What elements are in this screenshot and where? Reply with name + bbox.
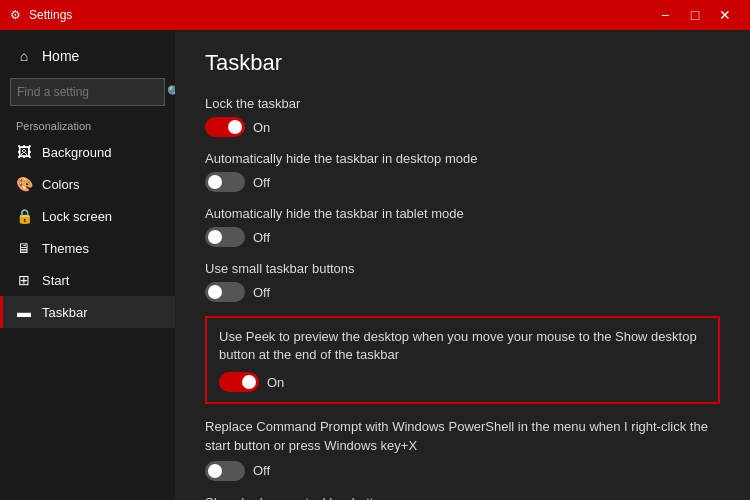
replace-command-toggle-text: Off — [253, 463, 270, 478]
title-bar-controls: − □ ✕ — [650, 0, 740, 30]
background-icon: 🖼 — [16, 144, 32, 160]
lock-icon: 🔒 — [16, 208, 32, 224]
replace-command-label: Replace Command Prompt with Windows Powe… — [205, 418, 720, 454]
themes-icon: 🖥 — [16, 240, 32, 256]
sidebar-item-taskbar-label: Taskbar — [42, 305, 88, 320]
sidebar-item-start-label: Start — [42, 273, 69, 288]
sidebar: ⌂ Home 🔍 Personalization 🖼 Background 🎨 … — [0, 30, 175, 500]
auto-hide-desktop-toggle-text: Off — [253, 175, 270, 190]
lock-taskbar-toggle-text: On — [253, 120, 270, 135]
settings-app-icon: ⚙ — [10, 8, 21, 22]
sidebar-item-themes[interactable]: 🖥 Themes — [0, 232, 175, 264]
close-button[interactable]: ✕ — [710, 0, 740, 30]
home-icon: ⌂ — [16, 48, 32, 64]
search-icon: 🔍 — [167, 85, 175, 99]
sidebar-item-background[interactable]: 🖼 Background — [0, 136, 175, 168]
sidebar-item-themes-label: Themes — [42, 241, 89, 256]
title-bar-left: ⚙ Settings — [10, 8, 72, 22]
small-buttons-toggle-text: Off — [253, 285, 270, 300]
peek-toggle[interactable] — [219, 372, 259, 392]
sidebar-section-label: Personalization — [0, 112, 175, 136]
setting-show-badges: Show badges on taskbar buttons On — [205, 495, 720, 500]
peek-label: Use Peek to preview the desktop when you… — [219, 328, 706, 364]
taskbar-icon: ▬ — [16, 304, 32, 320]
sidebar-home-label: Home — [42, 48, 79, 64]
auto-hide-desktop-label: Automatically hide the taskbar in deskto… — [205, 151, 720, 166]
title-bar: ⚙ Settings − □ ✕ — [0, 0, 750, 30]
app-body: ⌂ Home 🔍 Personalization 🖼 Background 🎨 … — [0, 30, 750, 500]
show-badges-label: Show badges on taskbar buttons — [205, 495, 720, 500]
small-buttons-toggle[interactable] — [205, 282, 245, 302]
sidebar-item-taskbar[interactable]: ▬ Taskbar — [0, 296, 175, 328]
sidebar-item-lock-label: Lock screen — [42, 209, 112, 224]
setting-replace-command: Replace Command Prompt with Windows Powe… — [205, 418, 720, 480]
sidebar-item-background-label: Background — [42, 145, 111, 160]
auto-hide-tablet-label: Automatically hide the taskbar in tablet… — [205, 206, 720, 221]
auto-hide-desktop-toggle[interactable] — [205, 172, 245, 192]
peek-toggle-text: On — [267, 375, 284, 390]
setting-peek-highlighted: Use Peek to preview the desktop when you… — [205, 316, 720, 404]
setting-auto-hide-desktop: Automatically hide the taskbar in deskto… — [205, 151, 720, 192]
lock-taskbar-label: Lock the taskbar — [205, 96, 720, 111]
start-icon: ⊞ — [16, 272, 32, 288]
auto-hide-tablet-toggle-text: Off — [253, 230, 270, 245]
sidebar-item-colors[interactable]: 🎨 Colors — [0, 168, 175, 200]
setting-auto-hide-tablet: Automatically hide the taskbar in tablet… — [205, 206, 720, 247]
title-bar-title: Settings — [29, 8, 72, 22]
sidebar-item-colors-label: Colors — [42, 177, 80, 192]
setting-small-buttons: Use small taskbar buttons Off — [205, 261, 720, 302]
minimize-button[interactable]: − — [650, 0, 680, 30]
auto-hide-tablet-toggle[interactable] — [205, 227, 245, 247]
search-input[interactable] — [17, 85, 167, 99]
colors-icon: 🎨 — [16, 176, 32, 192]
lock-taskbar-toggle[interactable] — [205, 117, 245, 137]
sidebar-home[interactable]: ⌂ Home — [0, 40, 175, 72]
page-title: Taskbar — [205, 50, 720, 76]
main-content: Taskbar Lock the taskbar On Automaticall… — [175, 30, 750, 500]
search-box[interactable]: 🔍 — [10, 78, 165, 106]
setting-lock-taskbar: Lock the taskbar On — [205, 96, 720, 137]
sidebar-item-start[interactable]: ⊞ Start — [0, 264, 175, 296]
small-buttons-label: Use small taskbar buttons — [205, 261, 720, 276]
sidebar-item-lock-screen[interactable]: 🔒 Lock screen — [0, 200, 175, 232]
maximize-button[interactable]: □ — [680, 0, 710, 30]
replace-command-toggle[interactable] — [205, 461, 245, 481]
